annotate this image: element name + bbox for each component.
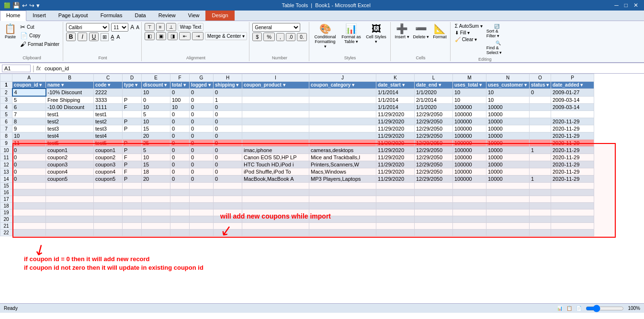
col-header-A[interactable]: A xyxy=(12,74,46,82)
percent-button[interactable]: % xyxy=(263,33,275,41)
ribbon-group-cells: ➕ Insert ▾ ➖ Delete ▾ 📐 Format Cells xyxy=(392,22,451,61)
delete-button[interactable]: ➖ Delete ▾ xyxy=(412,23,431,40)
comma-button[interactable]: , xyxy=(276,33,284,41)
autosum-button[interactable]: Σ AutoSum ▾ xyxy=(453,23,484,29)
table-row: 140coupon5coupon5P20000MacBook,MacBook A… xyxy=(0,176,594,183)
col-header-K[interactable]: K xyxy=(376,74,415,82)
wrap-text-button[interactable]: Wrap Text xyxy=(178,23,204,31)
sort-filter-button[interactable]: 🔃 Sort & Filter ▾ xyxy=(485,23,509,39)
font-color-button[interactable]: A xyxy=(116,34,120,40)
find-select-button[interactable]: 🔍 Find & Select ▾ xyxy=(485,40,511,56)
table-row: 130coupon4coupon4F18000iPod Shuffle,iPod… xyxy=(0,168,594,176)
align-right-button[interactable]: ◨ xyxy=(168,32,178,40)
view-normal-btn[interactable]: 📊 xyxy=(557,306,563,311)
cut-button[interactable]: ✂ Cut xyxy=(19,23,61,31)
tab-formulas[interactable]: Formulas xyxy=(94,11,129,21)
customize-qat[interactable]: ▾ xyxy=(36,2,40,9)
name-box[interactable] xyxy=(2,65,31,72)
paste-button[interactable]: 📋 Paste xyxy=(3,23,18,40)
copy-button[interactable]: 📄 Copy xyxy=(19,32,61,40)
merge-center-button[interactable]: Merge & Center ▾ xyxy=(205,32,247,40)
col-header-G[interactable]: G xyxy=(190,74,214,82)
col-header-E[interactable]: E xyxy=(142,74,170,82)
clear-icon: 🧹 xyxy=(455,37,461,42)
table-row: 24-10% Discount2222100001/1/20141/1/2020… xyxy=(0,88,594,96)
tab-review[interactable]: Review xyxy=(152,11,182,21)
tab-design[interactable]: Design xyxy=(205,11,234,21)
col-header-B[interactable]: B xyxy=(46,74,94,82)
borders-button[interactable]: ⊞ xyxy=(101,33,109,41)
column-header-row: A B C D E F G H I J K L M N O P xyxy=(0,74,594,82)
annotation-text-2a: if coupon id = 0 then it will add new re… xyxy=(24,255,150,263)
tab-view[interactable]: View xyxy=(182,11,206,21)
formula-bar: | fx xyxy=(0,63,644,74)
cell-styles-button[interactable]: 🖼 Cell Styles ▾ xyxy=(364,23,388,45)
format-painter-button[interactable]: 🖌 Format Painter xyxy=(19,40,61,48)
decrease-indent-button[interactable]: ⇤ xyxy=(179,32,191,40)
table-row: 79test3test3P1500011/29/202012/29/205010… xyxy=(0,125,594,132)
col-header-O[interactable]: O xyxy=(530,74,551,82)
table-row: 57test1test1500011/29/202012/29/20501000… xyxy=(0,111,594,118)
align-bottom-button[interactable]: ⊥ xyxy=(166,23,176,31)
font-size-select[interactable]: 11 xyxy=(111,23,128,32)
align-top-button[interactable]: ⊤ xyxy=(145,23,155,31)
increase-indent-button[interactable]: ⇥ xyxy=(192,32,203,40)
zoom-slider[interactable] xyxy=(586,305,624,312)
col-header-M[interactable]: M xyxy=(453,74,486,82)
align-left-button[interactable]: ◧ xyxy=(145,32,155,40)
ribbon-group-clipboard: 📋 Paste ✂ Cut 📄 Copy 🖌 Format Painter Cl… xyxy=(1,22,63,61)
minimize-btn[interactable]: ─ xyxy=(612,2,621,9)
col-header-L[interactable]: L xyxy=(415,74,453,82)
redo-btn[interactable]: ↪ xyxy=(29,2,34,9)
view-layout-btn[interactable]: 📋 xyxy=(566,306,572,311)
formula-input[interactable] xyxy=(43,65,642,72)
tab-data[interactable]: Data xyxy=(128,11,152,21)
col-header-P[interactable]: P xyxy=(551,74,594,82)
copy-icon: 📄 xyxy=(20,32,28,39)
ribbon-group-styles: 🎨 Conditional Formatting ▾ 📊 Format as T… xyxy=(310,22,391,61)
fill-color-button[interactable]: A̲ xyxy=(111,34,114,40)
increase-font-btn[interactable]: A xyxy=(130,24,134,31)
increase-decimal-button[interactable]: 0. xyxy=(297,33,306,41)
bold-button[interactable]: B xyxy=(66,33,76,41)
currency-button[interactable]: $ xyxy=(252,33,262,41)
undo-btn[interactable]: ↩ xyxy=(22,2,27,9)
tab-insert[interactable]: Insert xyxy=(26,11,52,21)
col-header-D[interactable]: D xyxy=(123,74,142,82)
col-header-I[interactable]: I xyxy=(242,74,309,82)
conditional-formatting-button[interactable]: 🎨 Conditional Formatting ▾ xyxy=(312,23,339,50)
align-center-button[interactable]: ▣ xyxy=(156,32,166,40)
table-row: 21 xyxy=(0,223,594,230)
tab-page-layout[interactable]: Page Layout xyxy=(52,11,94,21)
sort-filter-icon: 🔃 xyxy=(494,24,499,29)
view-preview-btn[interactable]: 📄 xyxy=(576,306,582,311)
format-painter-icon: 🖌 xyxy=(20,41,26,48)
close-btn[interactable]: ✕ xyxy=(632,2,640,9)
col-header-F[interactable]: F xyxy=(170,74,190,82)
format-as-table-button[interactable]: 📊 Format as Table ▾ xyxy=(339,23,363,45)
save-btn[interactable]: 💾 xyxy=(12,2,20,9)
table-row: 1coupon_id ▾name ▾code ▾type ▾discount ▾… xyxy=(0,82,594,89)
corner-cell xyxy=(0,74,12,82)
col-header-H[interactable]: H xyxy=(214,74,242,82)
decrease-font-btn[interactable]: A xyxy=(136,25,139,30)
number-format-select[interactable]: General xyxy=(252,23,300,32)
maximize-btn[interactable]: □ xyxy=(622,2,630,9)
ribbon-group-font: Calibri 11 A A B I U ⊞ A̲ A Font xyxy=(64,22,142,61)
decrease-decimal-button[interactable]: .0 xyxy=(286,33,295,41)
autosum-icon: Σ xyxy=(455,23,458,29)
cells-label: Cells xyxy=(394,55,448,60)
clear-button[interactable]: 🧹 Clear ▾ xyxy=(453,36,484,43)
format-button[interactable]: 📐 Format xyxy=(431,23,448,40)
col-header-N[interactable]: N xyxy=(486,74,530,82)
fill-button[interactable]: ⬇ Fill ▾ xyxy=(453,30,484,36)
col-header-J[interactable]: J xyxy=(309,74,376,82)
italic-button[interactable]: I xyxy=(78,33,87,41)
underline-button[interactable]: U xyxy=(89,33,99,41)
font-name-select[interactable]: Calibri xyxy=(66,23,109,32)
insert-button[interactable]: ➕ Insert ▾ xyxy=(394,23,411,40)
tab-home[interactable]: Home xyxy=(0,11,26,21)
col-header-C[interactable]: C xyxy=(94,74,123,82)
zoom-level: 100% xyxy=(628,306,640,311)
align-middle-button[interactable]: ≡ xyxy=(156,23,165,31)
